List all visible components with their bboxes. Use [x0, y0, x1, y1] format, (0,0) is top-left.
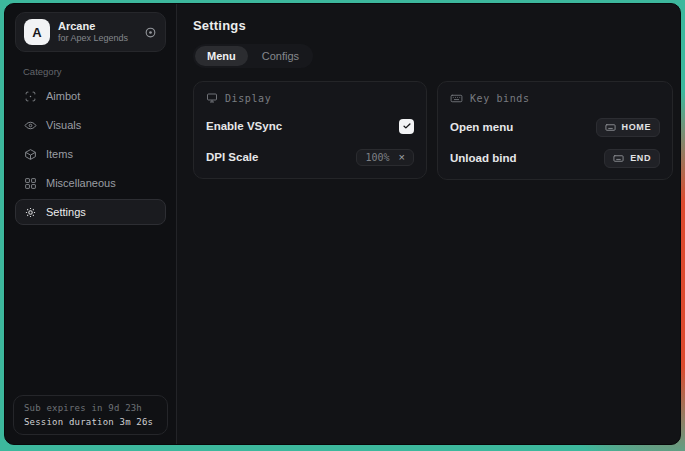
tab-group: Menu Configs: [193, 44, 313, 68]
eye-icon: [24, 119, 37, 132]
clear-icon[interactable]: ×: [399, 152, 405, 162]
target-icon[interactable]: [144, 26, 157, 39]
brand-logo: A: [24, 19, 50, 45]
display-card: Display Enable VSync DPI Scale 100% ×: [193, 81, 427, 179]
brand-card: A Arcane for Apex Legends: [15, 12, 166, 52]
main-content: Settings Menu Configs Display Enable VSy…: [177, 4, 681, 444]
keyboard-icon: [613, 153, 624, 164]
sidebar-item-label: Miscellaneous: [46, 177, 116, 189]
unload-bind-row: Unload bind END: [450, 149, 660, 167]
sidebar-item-aimbot[interactable]: Aimbot: [15, 83, 166, 109]
settings-cards: Display Enable VSync DPI Scale 100% ×: [193, 81, 673, 180]
sidebar-item-miscellaneous[interactable]: Miscellaneous: [15, 170, 166, 196]
sidebar-item-label: Settings: [46, 206, 86, 218]
vsync-label: Enable VSync: [206, 120, 282, 132]
sidebar-item-items[interactable]: Items: [15, 141, 166, 167]
sub-expires-text: Sub expires in 9d 23h: [24, 403, 157, 413]
check-icon: [402, 121, 412, 131]
grid-icon: [24, 177, 37, 190]
open-menu-keybind-button[interactable]: HOME: [596, 118, 660, 137]
unload-bind-label: Unload bind: [450, 152, 516, 164]
sidebar-item-label: Visuals: [46, 119, 81, 131]
category-label: Category: [23, 66, 176, 77]
keyboard-icon: [605, 122, 616, 133]
session-duration-text: Session duration 3m 26s: [24, 417, 157, 427]
dpi-scale-value: 100%: [365, 152, 389, 163]
dpi-scale-input[interactable]: 100% ×: [356, 149, 414, 166]
keybinds-card-header: Key binds: [450, 92, 660, 105]
sidebar-item-visuals[interactable]: Visuals: [15, 112, 166, 138]
crosshair-icon: [24, 90, 37, 103]
vsync-checkbox[interactable]: [399, 119, 414, 134]
open-menu-key: HOME: [622, 122, 651, 132]
keybinds-card: Key binds Open menu HOME Unload bin: [437, 81, 673, 180]
display-card-title: Display: [225, 93, 271, 104]
sidebar-item-settings[interactable]: Settings: [15, 199, 166, 225]
brand-name: Arcane: [58, 20, 136, 33]
gear-icon: [24, 206, 37, 219]
unload-bind-key: END: [630, 153, 651, 163]
sidebar-nav: Aimbot Visuals Items: [5, 83, 176, 225]
app-window: A Arcane for Apex Legends Category: [4, 3, 681, 445]
tab-configs[interactable]: Configs: [250, 46, 311, 66]
sidebar-item-label: Items: [46, 148, 73, 160]
brand-subtitle: for Apex Legends: [58, 33, 136, 44]
unload-keybind-button[interactable]: END: [604, 149, 660, 168]
dpi-row: DPI Scale 100% ×: [206, 148, 414, 166]
subscription-card: Sub expires in 9d 23h Session duration 3…: [13, 395, 168, 435]
sidebar: A Arcane for Apex Legends Category: [5, 4, 177, 444]
display-card-header: Display: [206, 92, 414, 104]
sidebar-spacer: [5, 225, 176, 395]
keybinds-card-title: Key binds: [470, 93, 530, 104]
dpi-label: DPI Scale: [206, 151, 258, 163]
vsync-row: Enable VSync: [206, 117, 414, 135]
open-menu-label: Open menu: [450, 121, 513, 133]
open-menu-row: Open menu HOME: [450, 118, 660, 136]
tab-menu[interactable]: Menu: [195, 46, 248, 66]
monitor-icon: [206, 92, 218, 104]
sidebar-item-label: Aimbot: [46, 90, 80, 102]
keyboard-icon: [450, 92, 463, 105]
brand-text: Arcane for Apex Legends: [58, 20, 136, 44]
page-title: Settings: [193, 18, 673, 33]
package-icon: [24, 148, 37, 161]
